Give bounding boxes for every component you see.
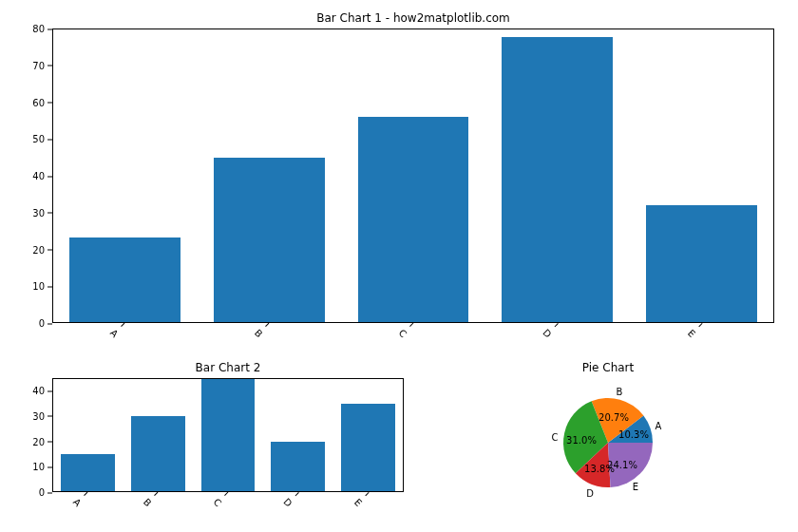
- bar-A: [69, 238, 180, 322]
- xtick: B: [253, 321, 272, 340]
- bar-chart-2: Bar Chart 2 0 10 20 30 40 A B C D E: [52, 378, 404, 492]
- xtick: D: [541, 320, 560, 339]
- figure: Bar Chart 1 - how2matplotlib.com 0 10 20…: [0, 0, 798, 532]
- xtick: E: [352, 490, 370, 508]
- pie-label-D: D: [586, 488, 594, 499]
- bar-E: [646, 205, 757, 322]
- pie-label-C: C: [552, 432, 559, 443]
- bar-B: [131, 416, 185, 491]
- ytick: 10: [32, 281, 52, 292]
- bar-A: [61, 454, 115, 491]
- xtick: C: [212, 490, 231, 509]
- ytick: 70: [32, 60, 52, 70]
- pie-pct-B: 20.7%: [598, 412, 629, 423]
- chart-title: Bar Chart 1 - how2matplotlib.com: [52, 11, 774, 25]
- bar-C: [201, 379, 256, 491]
- pie-pct-C: 31.0%: [566, 435, 597, 446]
- pie-label-A: A: [656, 421, 662, 431]
- ytick: 20: [32, 244, 52, 255]
- bar-D: [502, 37, 613, 322]
- xtick: E: [686, 321, 704, 339]
- pie-chart: Pie Chart A B C D E 10.3% 20.7% 31.0% 13…: [456, 378, 760, 502]
- pie-label-B: B: [617, 387, 623, 397]
- xtick: B: [142, 490, 161, 509]
- pie-label-E: E: [633, 482, 638, 492]
- ytick: 80: [32, 24, 52, 34]
- chart-title: Bar Chart 2: [52, 361, 404, 374]
- xtick: D: [281, 489, 300, 508]
- xtick: A: [108, 321, 127, 340]
- ytick: 30: [32, 207, 52, 218]
- chart-title: Pie Chart: [456, 361, 760, 374]
- pie-pct-E: 24.1%: [607, 460, 637, 470]
- plot-area: [52, 28, 774, 323]
- ytick: 40: [32, 386, 52, 396]
- bar-C: [358, 117, 469, 322]
- pie-pct-A: 10.3%: [618, 429, 649, 440]
- pie-svg: [456, 378, 760, 502]
- ytick: 0: [39, 487, 52, 498]
- ytick: 60: [32, 97, 52, 107]
- bar-chart-1: Bar Chart 1 - how2matplotlib.com 0 10 20…: [52, 28, 774, 323]
- ytick: 30: [32, 410, 52, 421]
- ytick: 0: [39, 318, 52, 329]
- ytick: 40: [32, 171, 52, 181]
- ytick: 50: [32, 134, 52, 144]
- ytick: 10: [32, 462, 52, 472]
- xtick: C: [397, 321, 416, 340]
- bar-D: [271, 442, 325, 491]
- ytick: 20: [32, 436, 52, 446]
- xtick: A: [71, 490, 90, 509]
- plot-area: [52, 378, 404, 492]
- bar-E: [341, 404, 395, 491]
- bar-B: [214, 158, 325, 322]
